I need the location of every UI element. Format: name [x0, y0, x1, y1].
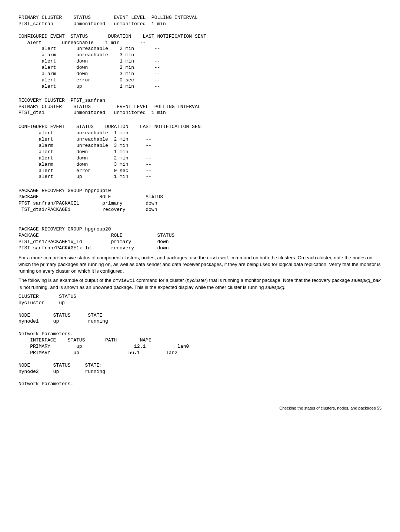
paragraph-1: For a more comprehensive status of compo… [19, 255, 381, 275]
text: . [284, 284, 286, 290]
code-cmviewcl: cmviewcl [207, 256, 229, 261]
text: For a more comprehensive status of compo… [19, 255, 207, 260]
em-salespkg: salespkg [265, 284, 284, 290]
terminal-block-2: RECOVERY CLUSTER PTST_sanfran PRIMARY CL… [19, 98, 381, 117]
terminal-block-6: CLUSTER STATUS nycluster up NODE STATUS … [19, 294, 381, 387]
text: command for a cluster ( [135, 277, 187, 283]
paragraph-2: The following is an example of output of… [19, 277, 381, 290]
terminal-block-4: PACKAGE RECOVERY GROUP hpgroup10 PACKAGE… [19, 188, 381, 213]
terminal-block-3: CONFIGURED EVENT STATUS DURATION LAST NO… [19, 124, 381, 180]
em-salespkg-bak: salespkg_bak [351, 277, 381, 283]
page-footer: Checking the status of clusters, nodes, … [19, 406, 381, 410]
code-cmviewcl: cmviewcl [113, 278, 135, 283]
text: ) that is running a monitor package. Not… [206, 277, 351, 283]
text: The following is an example of output of… [19, 277, 113, 283]
text: is not running, and is shown as an unown… [19, 284, 265, 290]
em-nycluster: nycluster [187, 277, 206, 283]
terminal-block-1: PRIMARY CLUSTER STATUS EVENT LEVEL POLLI… [19, 15, 381, 90]
terminal-block-5: PACKAGE RECOVERY GROUP hpgroup20 PACKAGE… [19, 226, 381, 252]
